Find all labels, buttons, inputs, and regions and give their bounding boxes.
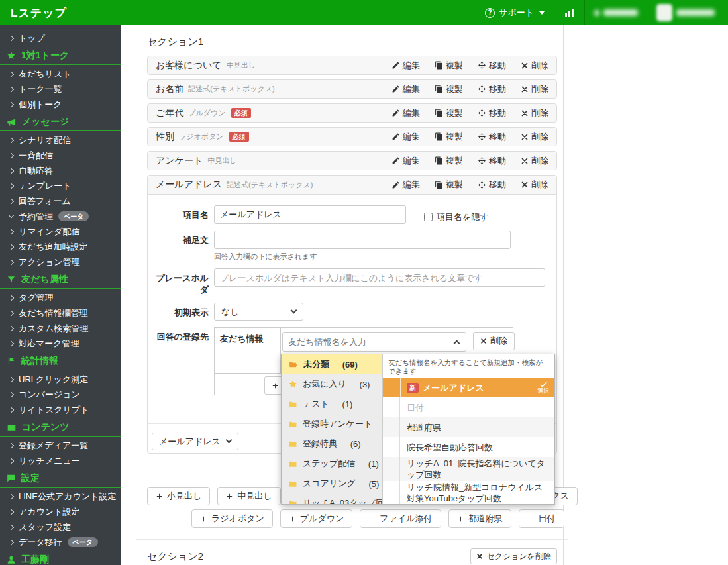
stats-button[interactable] [554,0,584,25]
hide-item-name-checkbox[interactable] [424,213,433,221]
sidebar-header-message[interactable]: メッセージ [0,112,121,131]
move-button[interactable]: 移動 [478,155,506,167]
edit-button[interactable]: 編集 [391,131,420,143]
category-registration-survey[interactable]: 登録時アンケート (6) [282,414,382,434]
expanded-field-header[interactable]: メールアドレス 記述式(テキストボックス) 編集 複製 移動 削除 [148,176,556,195]
delete-section-button[interactable]: セクションを削除 [470,548,557,564]
move-button[interactable]: 移動 [478,107,506,119]
support-menu[interactable]: ? サポート [476,0,554,25]
move-button[interactable]: 移動 [478,131,506,143]
sidebar-item-talk-list[interactable]: トーク一覧 [0,81,121,97]
edit-button[interactable]: 編集 [391,60,420,72]
sidebar-item-scenario[interactable]: シナリオ配信 [0,132,121,148]
move-button[interactable]: 移動 [478,83,506,95]
duplicate-button[interactable]: 複製 [435,179,463,191]
user-menu-blurred[interactable] [647,0,728,25]
placeholder-input[interactable] [214,268,545,287]
sidebar-item-broadcast[interactable]: 一斉配信 [0,148,121,163]
field-type-select[interactable]: メールアドレス [152,433,238,450]
sidebar-item-autoreply[interactable]: 自動応答 [0,163,121,178]
category-scoring[interactable]: スコアリング (5) [282,474,382,493]
category-rich-a03[interactable]: リッチA_03タップ回数 [282,493,382,504]
sidebar-item-individual-talk[interactable]: 個別トーク [0,97,121,112]
sidebar-item-rich-menu[interactable]: リッチメニュー [0,453,121,468]
sidebar-item-action-manage[interactable]: アクション管理 [0,254,121,270]
sidebar-item-answer-form[interactable]: 回答フォーム [0,193,121,209]
friend-info-combobox[interactable] [282,332,466,352]
form-row-gender[interactable]: 性別 ラジオボタン 必須 編集 複製 移動 削除 [147,127,557,146]
add-medium-heading-button[interactable]: 中見出し [217,487,280,505]
delete-button[interactable]: 削除 [521,179,548,191]
category-uncategorized[interactable]: 未分類 (69) [282,354,382,374]
form-row-survey-heading[interactable]: アンケート 中見出し 編集 複製 移動 削除 [147,151,557,170]
delete-button[interactable]: 削除 [521,83,548,95]
add-radio-button[interactable]: ラジオボタン [191,509,273,528]
duplicate-button[interactable]: 複製 [435,60,463,72]
sidebar-item-staff-setting[interactable]: スタッフ設定 [0,519,121,535]
friend-info-combobox-input[interactable] [288,337,454,347]
edit-button[interactable]: 編集 [391,179,420,191]
sidebar-item-line-official[interactable]: LINE公式アカウント設定 [0,489,121,504]
delete-button[interactable]: 削除 [521,60,548,72]
destination-delete-button[interactable]: 削除 [473,332,515,350]
dropdown-item[interactable]: リッチA_01_院長指名料についてタップ回数 [383,457,554,481]
dropdown-item[interactable]: 院長希望自動応答回数 [383,437,554,457]
edit-button[interactable]: 編集 [391,155,420,167]
add-pulldown-button[interactable]: プルダウン [280,509,353,528]
add-prefecture-button[interactable]: 都道府県 [448,509,511,528]
sidebar-item-data-migration[interactable]: データ移行ベータ [0,535,121,550]
delete-button[interactable]: 削除 [521,131,548,143]
move-button[interactable]: 移動 [478,60,506,72]
category-test[interactable]: テスト (1) [282,394,382,414]
sidebar-header-stats[interactable]: 統計情報 [0,351,121,370]
hide-item-name-option[interactable]: 項目名を隠す [424,205,489,224]
sidebar-item-friend-info-manage[interactable]: 友だち情報欄管理 [0,305,121,321]
item-name-input[interactable] [214,205,406,224]
dropdown-item[interactable]: 日付 [383,397,554,417]
category-favorites[interactable]: お気に入り (3) [282,374,382,394]
duplicate-button[interactable]: 複製 [435,131,463,143]
sidebar-item-media-list[interactable]: 登録メディア一覧 [0,438,121,453]
add-date-button[interactable]: 日付 [519,509,564,528]
sidebar-item-template[interactable]: テンプレート [0,178,121,193]
select-action[interactable]: 選択 [537,382,554,394]
sidebar-item-friend-list[interactable]: 友だちリスト [0,66,121,81]
sidebar-item-custom-search[interactable]: カスタム検索管理 [0,321,121,336]
form-row-customer-heading[interactable]: お客様について 中見出し 編集 複製 移動 削除 [147,56,557,75]
duplicate-button[interactable]: 複製 [435,83,463,95]
duplicate-button[interactable]: 複製 [435,107,463,119]
sidebar-item-site-script[interactable]: サイトスクリプト [0,402,121,417]
delete-button[interactable]: 削除 [521,155,548,167]
sidebar-item-reminder[interactable]: リマインダ配信 [0,224,121,239]
category-registration-bonus[interactable]: 登録特典 (6) [282,434,382,454]
category-step-delivery[interactable]: ステップ配信 (1) [282,454,382,474]
edit-button[interactable]: 編集 [391,107,420,119]
duplicate-button[interactable]: 複製 [435,155,463,167]
dropdown-item[interactable]: リッチ院情報_新型コロナウイルス対策YouTubeタップ回数 [383,481,554,505]
dropdown-selected-item[interactable]: 新 メールアドレス 選択 [383,378,554,397]
note-input[interactable] [214,231,511,249]
sidebar-item-reservation[interactable]: 予約管理ベータ [0,209,121,224]
move-button[interactable]: 移動 [478,179,506,191]
sidebar-item-url-click[interactable]: URLクリック測定 [0,372,121,387]
sidebar-item-mark-manage[interactable]: 対応マーク管理 [0,336,121,351]
dropdown-item[interactable]: 都道府県 [383,417,554,437]
edit-button[interactable]: 編集 [391,83,420,95]
form-row-age[interactable]: ご年代 プルダウン 必須 編集 複製 移動 削除 [147,103,557,123]
sidebar-item-account-setting[interactable]: アカウント設定 [0,504,121,519]
sidebar-item-tag-manage[interactable]: タグ管理 [0,290,121,305]
sidebar-header-user[interactable]: 工藤剛 [0,550,121,565]
account-plan-blurred[interactable] [585,0,647,25]
sidebar-item-top[interactable]: トップ [0,30,121,46]
sidebar-header-contents[interactable]: コンテンツ [0,417,121,437]
sidebar-header-friend-attr[interactable]: 友だち属性 [0,270,121,289]
sidebar-header-settings[interactable]: 設定 [0,468,121,488]
form-row-name[interactable]: お名前 記述式(テキストボックス) 編集 複製 移動 削除 [147,79,557,99]
sidebar-item-friend-add-setting[interactable]: 友だち追加時設定 [0,239,121,254]
app-logo[interactable]: Lステップ [0,5,78,21]
add-file-attach-button[interactable]: ファイル添付 [360,509,441,528]
delete-button[interactable]: 削除 [521,107,548,119]
add-small-heading-button[interactable]: 小見出し [147,487,210,505]
sidebar-header-1to1talk[interactable]: 1対1トーク [0,46,121,65]
sidebar-item-conversion[interactable]: コンバージョン [0,387,121,402]
